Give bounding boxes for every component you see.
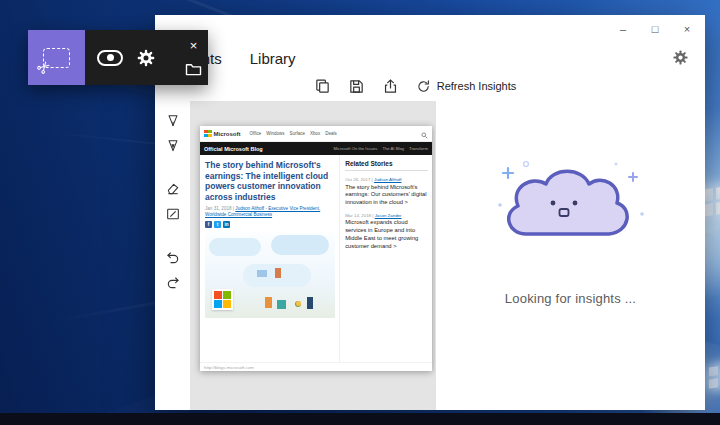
site-nav-item: Xbox bbox=[310, 131, 320, 136]
minimize-button[interactable]: – bbox=[615, 22, 631, 36]
blog-bar-menu: Microsoft On the Issues The AI Blog Tran… bbox=[333, 146, 428, 151]
illustration-shape bbox=[275, 268, 281, 278]
linkedin-icon: in bbox=[223, 221, 230, 228]
windows-logo-pane bbox=[709, 366, 718, 376]
blog-bar-item: The AI Blog bbox=[382, 146, 404, 151]
share-icon[interactable] bbox=[382, 78, 399, 95]
open-folder-icon[interactable] bbox=[185, 62, 202, 76]
article-title: The story behind Microsoft's earnings: T… bbox=[205, 160, 335, 203]
search-icon bbox=[421, 126, 428, 143]
copy-icon[interactable] bbox=[314, 78, 331, 95]
related-stories-panel: Related Stories Oct 26, 2017 | Judson Al… bbox=[339, 155, 432, 362]
insights-panel: Looking for insights ... bbox=[435, 101, 705, 410]
byline-date: Jan 31, 2018 | bbox=[205, 206, 234, 211]
refresh-insights-label: Refresh Insights bbox=[437, 80, 516, 92]
illustration-shape bbox=[257, 270, 267, 277]
app-body: Microsoft Office Windows Surface Xbox De… bbox=[155, 101, 705, 410]
related-story-date: Mar 14, 2018 | bbox=[345, 213, 373, 218]
tray-toolbar-dark-section: × bbox=[85, 30, 208, 85]
window-controls: – □ × bbox=[615, 22, 695, 36]
snip-site-nav: Office Windows Surface Xbox Deals bbox=[250, 131, 417, 136]
refresh-insights-button[interactable]: Refresh Insights bbox=[416, 79, 516, 94]
article-illustration bbox=[205, 232, 335, 318]
save-icon[interactable] bbox=[348, 78, 365, 95]
snip-status-bar: http://blogs.microsoft.com bbox=[200, 362, 432, 371]
related-story-title: Microsoft expands cloud services in Euro… bbox=[345, 219, 428, 250]
snip-tray-toolbar: × bbox=[28, 30, 208, 85]
article-byline: Jan 31, 2018 | Judson Althoff - Executiv… bbox=[205, 206, 335, 219]
drawing-tool-rail bbox=[155, 101, 190, 410]
related-story: Mar 14, 2018 | Jason Zander Microsoft ex… bbox=[345, 213, 428, 251]
highlighter-tool-icon[interactable] bbox=[165, 206, 181, 222]
related-story: Oct 26, 2017 | Judson Althoff The story … bbox=[345, 177, 428, 207]
social-share-icons: f t in bbox=[205, 221, 335, 228]
site-nav-item: Surface bbox=[289, 131, 305, 136]
windows-logo bbox=[709, 365, 720, 389]
illustration-shape bbox=[209, 238, 261, 256]
snip-status-url: http://blogs.microsoft.com bbox=[204, 365, 254, 370]
redo-icon[interactable] bbox=[165, 274, 181, 290]
microsoft-logo-icon bbox=[204, 130, 212, 138]
snip-article: The story behind Microsoft's earnings: T… bbox=[200, 155, 339, 362]
settings-gear-icon[interactable] bbox=[672, 49, 689, 70]
tray-toolbar-right-column: × bbox=[185, 30, 202, 85]
site-nav-item: Deals bbox=[325, 131, 337, 136]
snip-insights-window: – □ × Insights Library Refresh Insights bbox=[155, 15, 705, 410]
app-nav: Insights Library bbox=[155, 45, 705, 71]
illustration-microsoft-logo bbox=[212, 289, 233, 310]
insights-status-text: Looking for insights ... bbox=[436, 291, 705, 306]
taskbar[interactable] bbox=[0, 413, 720, 425]
illustration-shape bbox=[271, 235, 329, 255]
cloud-illustration bbox=[496, 159, 646, 263]
illustration-shape bbox=[265, 297, 272, 308]
close-button[interactable]: × bbox=[679, 22, 695, 36]
blog-bar-item: Microsoft On the Issues bbox=[333, 146, 377, 151]
snip-site-header: Microsoft Office Windows Surface Xbox De… bbox=[200, 126, 432, 142]
windows-logo-pane bbox=[709, 378, 718, 388]
blog-bar-title: Official Microsoft Blog bbox=[204, 146, 263, 152]
pen-tool-icon[interactable] bbox=[165, 113, 181, 129]
microsoft-logo-text: Microsoft bbox=[214, 131, 241, 137]
eraser-tool-icon[interactable] bbox=[165, 181, 181, 197]
site-nav-item: Office bbox=[250, 131, 262, 136]
action-bar: Refresh Insights bbox=[155, 71, 705, 101]
facebook-icon: f bbox=[205, 221, 212, 228]
blog-bar-item: Transform bbox=[409, 146, 428, 151]
related-story-author: Jason Zander bbox=[375, 213, 402, 218]
site-nav-item: Windows bbox=[266, 131, 284, 136]
illustration-shape bbox=[307, 297, 313, 309]
snip-capture-icon bbox=[43, 48, 70, 68]
captured-snip-image[interactable]: Microsoft Office Windows Surface Xbox De… bbox=[200, 126, 432, 371]
related-story-author: Judson Althoff bbox=[374, 177, 402, 182]
new-capture-button[interactable] bbox=[28, 30, 85, 85]
tray-close-icon[interactable]: × bbox=[187, 39, 201, 52]
related-story-title: The story behind Microsoft's earnings: O… bbox=[345, 184, 428, 207]
snip-page-body: The story behind Microsoft's earnings: T… bbox=[200, 155, 432, 362]
snip-canvas: Microsoft Office Windows Surface Xbox De… bbox=[190, 101, 435, 410]
maximize-button[interactable]: □ bbox=[647, 22, 663, 36]
undo-icon[interactable] bbox=[165, 249, 181, 265]
toggle-icon[interactable] bbox=[97, 50, 123, 66]
twitter-icon: t bbox=[214, 221, 221, 228]
related-story-date: Oct 26, 2017 | bbox=[345, 177, 373, 182]
illustration-shape bbox=[277, 300, 286, 309]
related-stories-header: Related Stories bbox=[345, 160, 428, 171]
microsoft-logo: Microsoft bbox=[204, 130, 241, 138]
title-bar[interactable]: – □ × bbox=[155, 15, 705, 45]
tab-library[interactable]: Library bbox=[250, 50, 296, 67]
windows-logo-pane bbox=[716, 201, 720, 215]
windows-logo-pane bbox=[716, 186, 720, 200]
snip-blog-bar: Official Microsoft Blog Microsoft On the… bbox=[200, 142, 432, 155]
tray-settings-gear-icon[interactable] bbox=[136, 48, 156, 68]
pencil-tool-icon[interactable] bbox=[165, 138, 181, 154]
